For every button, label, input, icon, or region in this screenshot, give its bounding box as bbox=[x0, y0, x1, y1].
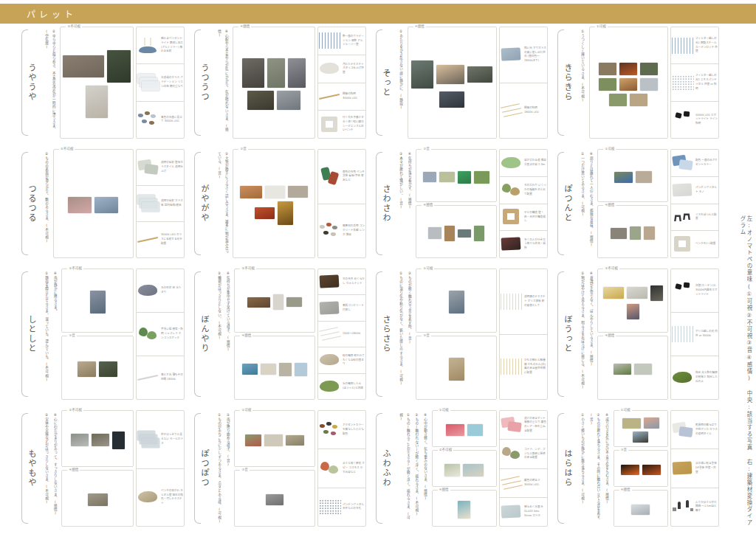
onomatopoeia-label: うつうつ bbox=[198, 27, 210, 139]
rod-swatch-part bbox=[137, 375, 158, 380]
people-swatch-part bbox=[686, 500, 689, 507]
material-item: 原色の多用 ペンキ塗装 看板/字体 家具など bbox=[318, 150, 365, 204]
onomatopoeia-label: しとしと bbox=[25, 268, 37, 400]
section-category-tag: ④感情 bbox=[67, 468, 80, 472]
material-item: 手洗い場 植栽・照明 シェフレラ ホンコンカポック bbox=[137, 312, 184, 356]
blob-swatch-part bbox=[501, 157, 520, 168]
material-caption: 透明の反射 壁体ガラスタイル 透明仕上げ bbox=[161, 161, 183, 173]
onomatopoeia-card: ぽつぽつ③雨が降り始める様子、(音)①ものがあちこちに少しずつあるさま、点々とあ… bbox=[193, 410, 366, 527]
photo-thumb bbox=[63, 55, 104, 77]
material-item: 影一面のグラデーション 遮影 アルミルーバー壁 bbox=[318, 27, 365, 55]
onomatopoeia-label: さらさら bbox=[379, 268, 391, 400]
material-caption: 白壁(カーテン)と3000K円錐形スポットライト bbox=[695, 284, 718, 297]
photo-thumb bbox=[444, 226, 455, 241]
photo-section: ③音 bbox=[614, 450, 668, 487]
candles-swatch-part bbox=[144, 38, 145, 46]
photo-sections: ①可視③音 bbox=[416, 268, 497, 400]
photo-thumb bbox=[68, 197, 92, 213]
material-column: 木の天井 めくらかし ウォルナット素肌コンクリート 打放し2000〜2800K砂… bbox=[317, 268, 366, 400]
onomatopoeia-label: ふわふわ bbox=[379, 410, 391, 527]
material-caption: ポリカ越しの光 内外 or 3000K bbox=[695, 330, 718, 339]
photo-thumb bbox=[633, 432, 648, 443]
photo-section: ④感情 bbox=[614, 490, 668, 527]
rod-swatch-part bbox=[137, 237, 158, 242]
section-category-tag: ②不可視 bbox=[67, 267, 83, 271]
section-category-tag: ③音 bbox=[238, 148, 248, 151]
panel-swatch-part bbox=[501, 237, 521, 250]
section-category-tag: ①可視 bbox=[438, 409, 450, 412]
spots-swatch-icon bbox=[672, 111, 694, 128]
photo-thumb bbox=[614, 364, 631, 375]
material-item: 青色の水面に見立て 3000K LED bbox=[137, 101, 184, 138]
photo-thumb bbox=[619, 63, 637, 75]
people-swatch-part bbox=[678, 502, 681, 509]
photo-thumb bbox=[286, 435, 304, 446]
material-caption: 外がはっきりと見えない モールガラス bbox=[161, 433, 183, 446]
photo-section: ②不可視 bbox=[597, 268, 668, 333]
photo-thumb bbox=[436, 65, 464, 84]
material-caption: 5000K LED スポットライト ライン照明 bbox=[695, 114, 718, 126]
spots-swatch-part bbox=[675, 283, 681, 290]
panel-swatch-part bbox=[673, 461, 693, 474]
candles-swatch-part bbox=[150, 38, 151, 46]
card-description: ④気持ちが落ち着かず、(感情)③木々が擦れて騒がしい、(音) bbox=[394, 149, 413, 256]
photo-group bbox=[616, 418, 666, 443]
photo-thumb bbox=[474, 226, 484, 241]
photo-thumb bbox=[261, 364, 276, 375]
blob-swatch-icon bbox=[319, 378, 341, 395]
description-column: ①もの(触れることができる)が軽く浮く、揺れるさま、(可視) bbox=[397, 413, 411, 524]
frame-swatch-part bbox=[507, 213, 515, 220]
photo-thumb bbox=[644, 226, 655, 240]
label-rail: つるつる bbox=[21, 149, 38, 258]
material-item: 半透過のガラス グラデーション リネン白布 艶の重なり bbox=[137, 63, 184, 100]
rods-swatch-part bbox=[322, 336, 341, 341]
section-category-tag: ②不可視 bbox=[240, 267, 256, 271]
photo-section: ③音 bbox=[416, 336, 497, 400]
description-column: ①ものがあちこちに少しずつあるさま、点々とある様、(可視) bbox=[216, 413, 223, 524]
description-column: ③大勢が勝手にうるさく話し合うさま、雑多に物が混み合っている、(音) bbox=[216, 152, 230, 256]
material-column: 白壁(カーテン)と3000K円錐形スポットライトポリカ越しの光 内外 or 30… bbox=[670, 268, 719, 400]
rod-swatch-part bbox=[319, 94, 340, 99]
stack3-swatch-icon bbox=[137, 195, 159, 212]
material-column: 原色の多用 ペンキ塗装 看板/字体 家具など廃棄材の活用 コンクリート瓦礫 レン… bbox=[317, 149, 366, 258]
blob-swatch-part bbox=[320, 354, 339, 365]
photo-thumb bbox=[644, 418, 659, 429]
photo-group bbox=[235, 58, 313, 110]
rods-swatch-part bbox=[504, 112, 523, 117]
photo-thumb bbox=[286, 297, 302, 307]
photo-thumb bbox=[99, 361, 117, 377]
photo-sections: ③音 bbox=[233, 149, 315, 258]
bits-swatch-icon bbox=[319, 421, 341, 439]
cards2-swatch-icon bbox=[319, 167, 341, 185]
people-swatch-part bbox=[673, 507, 676, 511]
page-title: パレット bbox=[27, 7, 77, 20]
material-item: 間接の照明 3000K LED bbox=[318, 83, 365, 111]
photo-thumb bbox=[449, 291, 464, 313]
material-caption: 暖色の明るさ 3000K LED bbox=[524, 479, 546, 488]
photo-section: ④感情 bbox=[432, 490, 497, 527]
bits-swatch-part bbox=[332, 226, 337, 229]
photo-group bbox=[235, 186, 313, 225]
description-column: ①うつくしく輝いているさま、(不可視) bbox=[579, 30, 586, 136]
onomatopoeia-card: ぽつんと④周りとは離れて一人佇むさま、孤独な意味、(感情)①一つだけ置いてあるさ… bbox=[557, 149, 719, 258]
description-column: ②ゆらゆらと揺らめき、不安定な空気が一時的に漂うさま、(空気感) bbox=[43, 30, 57, 136]
photo-thumb bbox=[611, 228, 627, 239]
material-item: コナラ、シデ、フジなど樹姿に関係のある配置 bbox=[500, 439, 547, 468]
card-description: ④心にわだかまりがあって、すっきりしないさま、(感情)②実体や実態などがはっきり… bbox=[40, 410, 59, 524]
material-caption: 間接の照明 3000K LED bbox=[343, 92, 365, 101]
photo-thumb bbox=[88, 493, 108, 506]
onomatopoeia-card: さわさわ④気持ちが落ち着かず、(感情)③木々が擦れて騒がしい、(音)③音④感情草… bbox=[375, 149, 548, 258]
photo-thumb bbox=[92, 434, 109, 446]
material-caption: ペンキの剥がれ モルタル壁 経年の鈍色・汚しテクスチャ bbox=[161, 489, 183, 506]
description-column: ④成り行きを気にかけ不安で気をもむさま、(感情) bbox=[603, 413, 611, 524]
lines-swatch-icon bbox=[501, 294, 523, 310]
panels2-swatch-icon bbox=[137, 159, 159, 176]
material-item: 透けのあるマット質感の重なり 暖色のシアー布を重ねる配置 bbox=[500, 411, 547, 439]
photo-thumb bbox=[295, 363, 307, 376]
photo-thumb bbox=[71, 434, 89, 446]
label-rail: はらはら bbox=[557, 410, 574, 527]
onomatopoeia-card: しとしと④雨が静かに降るさま。①静寂を際立たせるさま、湿っていも、澄んでいも、(… bbox=[21, 268, 185, 400]
material-column: 水の形状 床 水たまり手洗い場 植栽・照明 シェフレラ ホンコンカポック落とす光… bbox=[136, 268, 185, 400]
material-caption: 木の交わり いくつかの種類をまとめて配置 bbox=[524, 184, 546, 196]
material-caption: フィルター越しの光1 鋼製スチールカーテンロッド 外壁 bbox=[695, 37, 718, 54]
